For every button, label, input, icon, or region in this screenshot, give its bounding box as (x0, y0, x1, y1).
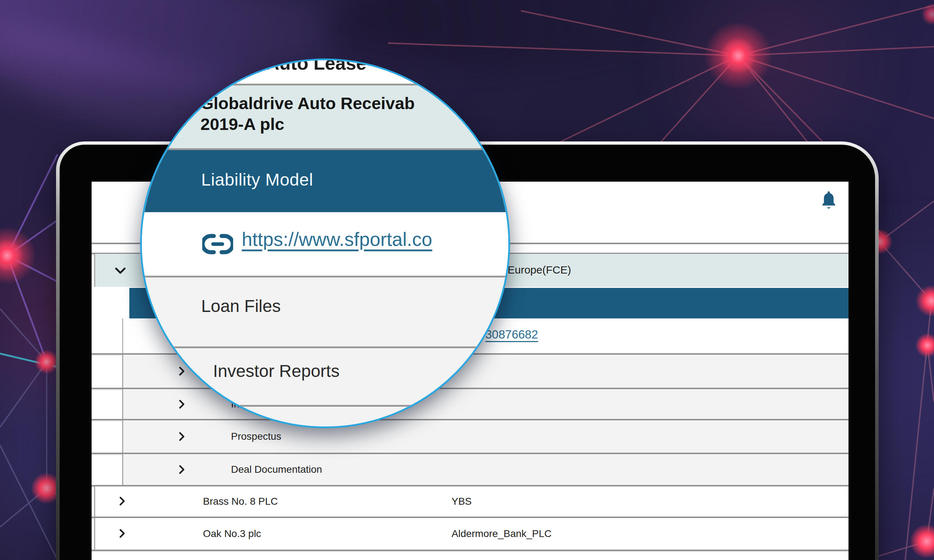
link-icon (202, 233, 233, 255)
row-label: Investor Reports (213, 361, 339, 381)
deal-name-line2: 2019-A plc (200, 114, 284, 134)
table-row-prospectus[interactable]: Prospectus (122, 420, 849, 453)
chevron-right-icon[interactable] (176, 431, 187, 442)
table-row-oak[interactable]: Oak No.3 plc Aldermore_Bank_PLC (94, 518, 849, 549)
chevron-right-icon[interactable] (117, 528, 128, 539)
chevron-right-icon[interactable] (176, 464, 187, 475)
deal-issuer: Aldermore_Bank_PLC (452, 528, 552, 540)
liability-model-link[interactable]: 30876682 (485, 328, 538, 342)
table-row-deal-documentation[interactable]: Deal Documentation (122, 454, 849, 485)
bell-icon[interactable] (820, 190, 837, 210)
deal-originator-label: Europe(FCE) (508, 264, 571, 276)
chevron-down-icon[interactable] (114, 265, 127, 276)
magnified-link-row: https://www.sfportal.co (142, 212, 508, 276)
magnified-row-loan-files: Loan Files (142, 277, 508, 346)
deal-name: Brass No. 8 PLC (203, 496, 278, 507)
deal-name-line1: Globaldrive Auto Receivab (200, 93, 415, 113)
chevron-right-icon[interactable] (176, 366, 187, 377)
section-header-label: Liability Model (201, 170, 313, 189)
chevron-right-icon[interactable] (176, 399, 187, 409)
magnified-section-header: Liability Model (142, 150, 508, 212)
divider (92, 549, 849, 551)
marketing-hero: Europe(FCE) 30876682 Investor Reports (0, 0, 934, 560)
row-label: Loan Files (201, 296, 281, 316)
row-label: Deal Documentation (231, 464, 322, 475)
liability-model-url-link[interactable]: https://www.sfportal.co (242, 228, 432, 250)
deal-name: Oak No.3 plc (203, 528, 261, 540)
row-label: Prospectus (231, 431, 281, 442)
magnifier-zoom-circle: Auto Lease Globaldrive Auto Receivab 201… (140, 58, 510, 428)
chevron-right-icon[interactable] (117, 496, 128, 506)
deal-issuer: YBS (452, 496, 472, 507)
table-row-brass[interactable]: Brass No. 8 PLC YBS (94, 486, 849, 517)
